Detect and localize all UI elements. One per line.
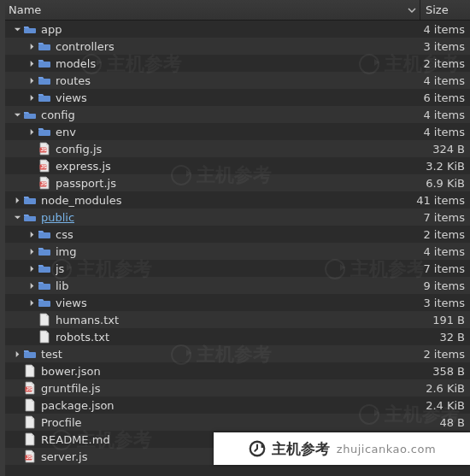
folder-icon (37, 56, 52, 70)
file-js-icon: JS (37, 159, 52, 173)
column-header-name-label: Name (9, 3, 41, 16)
chevron-right-icon[interactable] (26, 297, 37, 308)
tree-row[interactable]: views3 items (5, 294, 470, 311)
tree-row[interactable]: models2 items (5, 55, 470, 72)
watermark-brand: 主机参考 (272, 439, 330, 459)
svg-rect-1 (38, 44, 50, 50)
tree-row[interactable]: public7 items (5, 209, 470, 226)
svg-rect-0 (24, 28, 36, 33)
tree-row-size: 4 items (405, 245, 465, 258)
svg-text:JS: JS (41, 164, 47, 169)
tree-row-label: models (56, 57, 96, 70)
chevron-right-icon[interactable] (12, 195, 22, 205)
svg-rect-16 (38, 250, 50, 256)
tree-row[interactable]: test2 items (5, 345, 470, 362)
folder-icon (22, 193, 38, 207)
chevron-right-icon[interactable] (26, 126, 37, 137)
tree-row[interactable]: lib9 items (5, 277, 470, 294)
tree-row-name-cell: Procfile (5, 414, 405, 431)
tree-row-label: views (56, 297, 87, 309)
tree-row-label: js (56, 262, 64, 275)
folder-icon (22, 108, 38, 121)
folder-icon (37, 91, 52, 104)
chevron-right-icon[interactable] (26, 92, 37, 103)
file-icon (22, 432, 38, 446)
chevron-right-icon[interactable] (26, 41, 37, 51)
folder-icon (37, 39, 52, 53)
tree-row[interactable]: JS passport.js6.9 KiB (5, 174, 470, 191)
expander-placeholder (26, 178, 37, 188)
chevron-right-icon[interactable] (26, 263, 37, 273)
tree-row-name-cell: env (5, 123, 405, 140)
column-header-size-label: Size (426, 3, 449, 16)
tree-row[interactable]: bower.json358 B (5, 362, 470, 379)
tree-row[interactable]: robots.txt32 B (5, 328, 470, 345)
tree-row-size: 358 B (405, 365, 465, 378)
chevron-right-icon[interactable] (26, 246, 37, 256)
svg-rect-19 (38, 301, 50, 307)
tree-row-label: node_modules (41, 194, 121, 207)
folder-icon (22, 347, 38, 361)
watermark-domain: zhujicankao.com (337, 443, 436, 455)
tree-row[interactable]: controllers3 items (5, 38, 470, 55)
tree-row-size: 2 items (405, 57, 465, 70)
svg-rect-15 (38, 232, 50, 238)
tree-row-label: controllers (56, 40, 115, 53)
tree-row[interactable]: node_modules41 items (5, 191, 470, 209)
chevron-down-icon[interactable] (12, 24, 22, 34)
svg-rect-6 (38, 130, 50, 136)
tree-row[interactable]: humans.txt191 B (5, 311, 470, 328)
tree-row-size: 7 items (405, 262, 465, 275)
svg-rect-5 (24, 114, 36, 119)
tree-row[interactable]: JS config.js324 B (5, 140, 470, 157)
tree-row-name-cell: views (5, 294, 405, 311)
chevron-down-icon[interactable] (12, 212, 22, 222)
expander-placeholder (12, 400, 22, 410)
file-icon (22, 415, 38, 429)
tree-row-size: 32 B (405, 331, 465, 344)
tree-row[interactable]: JS gruntfile.js2.6 KiB (5, 379, 470, 397)
tree-row-label: test (41, 348, 62, 361)
tree-row-label: README.md (41, 433, 110, 446)
tree-row[interactable]: Procfile48 B (5, 414, 470, 431)
folder-icon (37, 244, 52, 258)
tree-row[interactable]: config4 items (5, 106, 470, 123)
tree-row[interactable]: img4 items (5, 243, 470, 260)
tree-row[interactable]: js7 items (5, 260, 470, 277)
tree-row[interactable]: views6 items (5, 89, 470, 106)
tree-row[interactable]: JS express.js3.2 KiB (5, 157, 470, 174)
tree-row-label: passport.js (56, 177, 116, 190)
tree-row-name-cell: robots.txt (5, 328, 405, 345)
tree-row-size: 2 items (405, 228, 465, 241)
tree-row-label: public (41, 211, 74, 224)
expander-placeholder (12, 417, 22, 427)
tree-row-name-cell: humans.txt (5, 311, 405, 328)
tree-row-label: bower.json (41, 365, 101, 378)
svg-rect-3 (38, 79, 50, 85)
chevron-right-icon[interactable] (12, 349, 22, 359)
file-tree-body: app4 items controllers3 items models2 it… (5, 21, 470, 476)
tree-row-label: views (56, 91, 87, 104)
chevron-right-icon[interactable] (26, 229, 37, 239)
tree-row-name-cell: bower.json (5, 362, 405, 379)
column-header-size[interactable]: Size (420, 3, 470, 16)
chevron-down-icon[interactable] (12, 109, 22, 120)
tree-row[interactable]: css2 items (5, 226, 470, 243)
chevron-right-icon[interactable] (26, 280, 37, 291)
expander-placeholder (26, 161, 37, 171)
tree-row[interactable]: env4 items (5, 123, 470, 140)
tree-row[interactable]: package.json2.4 KiB (5, 397, 470, 414)
chevron-right-icon[interactable] (26, 75, 37, 85)
tree-row-name-cell: routes (5, 72, 405, 89)
svg-text:JS: JS (26, 386, 32, 391)
chevron-right-icon[interactable] (26, 58, 37, 68)
tree-row-label: robots.txt (56, 331, 109, 344)
tree-row[interactable]: routes4 items (5, 72, 470, 89)
tree-row-label: express.js (56, 160, 111, 173)
folder-icon (37, 279, 52, 292)
column-header-name[interactable]: Name (5, 3, 420, 16)
tree-row-name-cell: JS passport.js (5, 174, 405, 191)
tree-row[interactable]: app4 items (5, 21, 470, 38)
tree-row-name-cell: lib (5, 277, 405, 294)
tree-row-size: 6.9 KiB (405, 177, 465, 190)
